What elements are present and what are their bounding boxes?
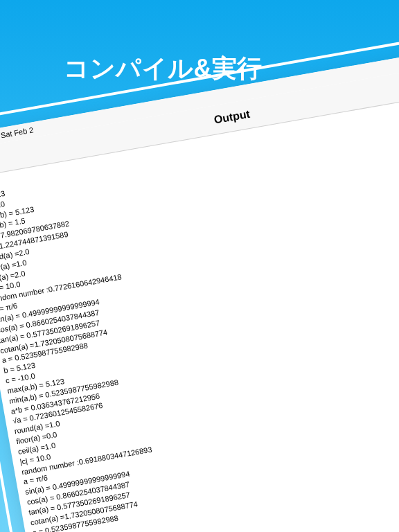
device-mockup: 11:51 AM Sat Feb 2 66% Output a = 1.5 (0, 22, 399, 532)
device-frame: 11:51 AM Sat Feb 2 66% Output a = 1.5 (0, 22, 399, 532)
screen: 11:51 AM Sat Feb 2 66% Output a = 1.5 (0, 40, 399, 532)
